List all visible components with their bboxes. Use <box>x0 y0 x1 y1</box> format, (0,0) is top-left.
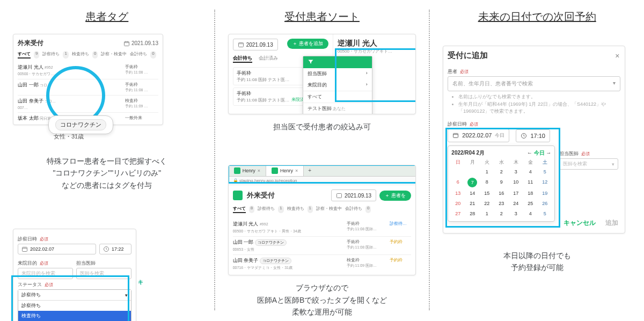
sort-option[interactable]: すべて <box>303 91 372 103</box>
date-input[interactable]: 2021.09.13 <box>331 189 376 201</box>
url-bar[interactable]: 🔒 staging.henry-app.jp/reception <box>229 177 415 185</box>
calendar-day[interactable]: 4 <box>524 167 537 176</box>
calendar-day[interactable]: 5 <box>538 167 551 176</box>
calendar-day[interactable]: 25 <box>524 199 537 208</box>
sort-dropdown[interactable]: 担当医師› 来院目的› すべて テスト医師 あなた テスト医師2 <box>303 56 372 114</box>
calendar-day[interactable]: 27 <box>451 209 464 218</box>
calendar-day[interactable]: 4 <box>524 209 537 218</box>
tab[interactable]: 検査待ち <box>287 206 304 213</box>
prev-month-button[interactable]: ← <box>527 150 532 156</box>
tab-wait-exam[interactable]: 診察待ち <box>42 51 60 59</box>
calendar-day[interactable]: 28 <box>466 209 479 218</box>
add-patient-button[interactable]: ＋ 患者を追加 <box>287 39 328 49</box>
doctor-input[interactable]: 医師を検索 ▾ <box>559 158 618 170</box>
calendar-day[interactable]: 5 <box>538 209 551 218</box>
calendar-day[interactable]: 9 <box>495 178 508 187</box>
time-input[interactable]: 17:22 <box>99 244 131 254</box>
column-title: 受付患者ソート <box>228 10 416 24</box>
next-month-button[interactable]: → <box>546 150 551 156</box>
browser-tab[interactable]: Henry × <box>229 165 266 176</box>
calendar-day[interactable]: 2 <box>495 209 508 218</box>
calendar-day[interactable]: 10 <box>509 178 522 187</box>
date-input[interactable]: 2022.02.07 今日 <box>448 129 509 142</box>
patient-row[interactable]: 逆瀬川 光人 #99200500・サカセガワ アキト・男性・34歳 手術枠予約 … <box>233 218 411 237</box>
time-input[interactable]: 17:10 <box>516 129 550 142</box>
patient-row[interactable]: 山田 一郎 コロ… 手術枠予約 11:08 … <box>18 79 158 96</box>
tab[interactable]: 診察・検査中 <box>316 206 342 213</box>
sort-option[interactable]: テスト医師 あなた <box>303 103 372 114</box>
column-title: 未来の日付での次回予約 <box>443 10 631 24</box>
calendar-day[interactable]: 1 <box>480 167 493 176</box>
patient-row[interactable]: 山田 奈美子 コロ…007… 検査枠予約 11:09 … <box>18 96 158 113</box>
calendar-day[interactable]: 3 <box>509 209 522 218</box>
status-option[interactable]: 検査待ち <box>18 311 131 321</box>
label-datetime: 診察日時 <box>448 121 467 127</box>
calendar-day[interactable]: 24 <box>509 199 522 208</box>
patient-row[interactable]: 逆瀬川 光人 #95200500・サカセガワ… 手術枠予約 11:08 … <box>18 62 158 79</box>
calendar-day[interactable]: 23 <box>495 199 508 208</box>
cancel-text[interactable]: キ <box>138 279 143 286</box>
calendar-dow: 日 <box>451 159 464 166</box>
cancel-button[interactable]: キャンセル <box>564 218 596 228</box>
calendar-day[interactable]: 16 <box>495 189 508 198</box>
close-icon[interactable]: × <box>258 168 260 173</box>
add-patient-button[interactable]: ＋ 患者を <box>379 191 411 201</box>
status-option[interactable]: 診察待ち <box>18 301 131 311</box>
calendar-day[interactable]: 22 <box>480 199 493 208</box>
status-tabs[interactable]: すべて9 診察待ち1 検査待ち0 診察・検査中 会計待ち0 <box>18 51 158 59</box>
calendar-day[interactable]: 14 <box>466 189 479 198</box>
subtab-done[interactable]: 会計済み <box>259 55 278 63</box>
calendar-day[interactable]: 17 <box>509 189 522 198</box>
calendar-icon <box>336 192 342 199</box>
browser-tab[interactable]: Henry × <box>266 165 304 176</box>
patient-search-input[interactable]: 名前、生年月日、患者番号で検索 ▾ <box>448 76 620 91</box>
calendar-day[interactable]: 13 <box>451 189 464 198</box>
calendar-day[interactable] <box>466 167 479 176</box>
svg-rect-4 <box>234 167 240 174</box>
calendar-popup[interactable]: 2022/R04 2月 ← 今日 → 日月火水木金土12345678910111… <box>448 145 555 222</box>
calendar-day[interactable]: 6 <box>451 178 464 187</box>
date-input[interactable]: 2022.02.07 <box>18 244 96 254</box>
chevron-down-icon: ▾ <box>613 80 616 86</box>
status-select[interactable]: 診察待ち ▾ 診察待ち 検査待ち 診察中 検査中 <box>18 289 131 321</box>
column-title: 患者タグ <box>13 10 201 24</box>
status-options-list: 診察待ち 検査待ち 診察中 検査中 <box>18 300 131 321</box>
calendar-day[interactable]: 19 <box>538 189 551 198</box>
calendar-day[interactable]: 12 <box>538 178 551 187</box>
tab-wait-pay[interactable]: 会計待ち <box>130 51 147 59</box>
calendar-day[interactable]: 21 <box>466 199 479 208</box>
calendar-day[interactable]: 15 <box>480 189 493 198</box>
date-input[interactable]: 2021.09.13 <box>233 39 278 50</box>
calendar-day[interactable]: 11 <box>524 178 537 187</box>
add-button[interactable]: 追加 <box>605 218 618 228</box>
chevron-down-icon: ▾ <box>612 162 614 167</box>
calendar-day[interactable]: 1 <box>480 209 493 218</box>
clock-icon <box>521 133 527 139</box>
close-button[interactable]: × <box>615 52 619 60</box>
calendar-day[interactable]: 7 <box>466 178 479 187</box>
calendar-day[interactable] <box>451 167 464 176</box>
purpose-input[interactable]: 来院目的を検索 <box>18 268 73 279</box>
calendar-day[interactable]: 26 <box>538 199 551 208</box>
tab-wait-test[interactable]: 検査待ち <box>72 51 89 59</box>
patient-row[interactable]: 山田 奈美子 コロナワクチン00716・ヤマダナミコ・女性・31歳 検査枠予約 … <box>233 255 411 273</box>
calendar-day[interactable]: 8 <box>480 178 493 187</box>
doctor-input[interactable]: 医師を検索 <box>76 268 131 279</box>
tag-chip[interactable]: コロナワクチン <box>55 119 106 130</box>
new-tab-button[interactable]: + <box>304 165 316 176</box>
tab[interactable]: 診察待ち <box>258 206 275 213</box>
calendar-day[interactable]: 18 <box>524 189 537 198</box>
subtab-wait[interactable]: 会計待ち <box>233 55 252 63</box>
tab[interactable]: 会計待ち <box>345 206 362 213</box>
calendar-day[interactable]: 3 <box>509 167 522 176</box>
tab-in-exam[interactable]: 診察・検査中 <box>101 51 127 59</box>
today-button[interactable]: 今日 <box>534 150 545 156</box>
calendar-day[interactable]: 20 <box>451 199 464 208</box>
tab-all[interactable]: すべて <box>18 51 31 59</box>
calendar-dow: 木 <box>509 159 522 166</box>
close-icon[interactable]: × <box>295 168 298 173</box>
patient-row[interactable]: 山田 一郎 コロナワクチン00653・女性 手術枠予約 11:08 医師… 予約… <box>233 237 411 255</box>
tab-all[interactable]: すべて <box>233 206 246 213</box>
calendar-day[interactable]: 2 <box>495 167 508 176</box>
page-heading: 外来受付 <box>247 191 275 200</box>
